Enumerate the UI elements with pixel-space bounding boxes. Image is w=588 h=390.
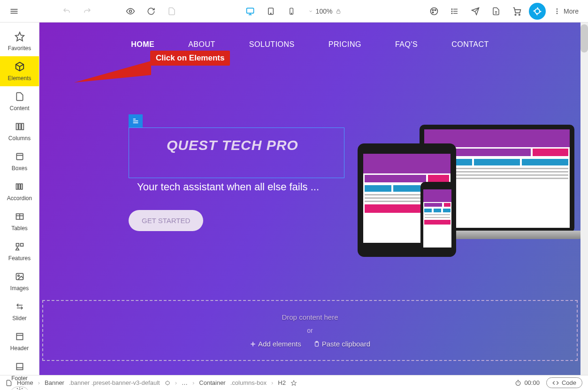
slider-icon	[14, 301, 25, 312]
sidebar-item-slider[interactable]: Slider	[0, 296, 39, 326]
canvas[interactable]: Click on Elements HOME ABOUT SOLUTIONS P…	[39, 22, 588, 375]
undo-icon[interactable]	[58, 3, 75, 20]
sidebar-item-header[interactable]: Header	[0, 326, 39, 356]
target-icon[interactable]	[165, 380, 170, 386]
star-icon[interactable]	[290, 380, 297, 386]
sidebar-item-columns[interactable]: Columns	[0, 116, 39, 146]
toolbar-right: More	[426, 3, 582, 20]
list-icon[interactable]	[446, 3, 463, 20]
svg-rect-42	[16, 243, 19, 246]
svg-rect-43	[20, 243, 23, 246]
table-icon	[14, 211, 25, 222]
more-menu[interactable]: More	[550, 6, 582, 17]
svg-rect-32	[19, 123, 21, 129]
desktop-view-icon[interactable]	[242, 3, 259, 20]
nav-home[interactable]: HOME	[131, 40, 154, 49]
dropzone-or: or	[307, 327, 313, 334]
svg-point-29	[557, 13, 558, 14]
timer: 00:00	[515, 379, 540, 386]
sidebar-item-boxes[interactable]: Boxes	[0, 146, 39, 176]
svg-point-10	[291, 13, 291, 14]
bc-h2[interactable]: H2	[278, 379, 286, 386]
sidebar-label: Accordion	[7, 195, 32, 202]
code-icon	[552, 380, 559, 386]
zoom-selector[interactable]: 100%	[304, 6, 347, 17]
dropzone-actions: Add elements Paste clipboard	[250, 340, 370, 348]
mobile-view-icon[interactable]	[283, 3, 300, 20]
element-type-badge[interactable]	[129, 114, 143, 128]
sidebar-item-content[interactable]: Content	[0, 86, 39, 116]
save-icon[interactable]	[163, 3, 180, 20]
preview-icon[interactable]	[122, 3, 139, 20]
breadcrumb: Home › Banner .banner .preset-banner-v3-…	[6, 379, 297, 386]
sidebar-label: Header	[10, 345, 29, 352]
bc-container[interactable]: Container	[199, 379, 225, 386]
annotation-callout: Click on Elements	[150, 51, 230, 66]
hero-cta-button[interactable]: GET STARTED	[129, 210, 203, 231]
timer-value: 00:00	[524, 379, 540, 386]
refresh-icon[interactable]	[143, 3, 160, 20]
code-button[interactable]: Code	[546, 377, 582, 388]
svg-point-8	[270, 13, 271, 14]
bc-banner-class: .banner .preset-banner-v3-default	[69, 379, 160, 386]
canvas-scrollbar[interactable]	[580, 22, 588, 375]
tablet-view-icon[interactable]	[262, 3, 279, 20]
accordion-icon	[14, 181, 25, 192]
nav-pricing[interactable]: PRICING	[328, 40, 361, 49]
svg-rect-49	[16, 363, 23, 369]
sidebar-label: Elements	[8, 75, 31, 82]
redo-icon[interactable]	[79, 3, 96, 20]
sidebar-item-elements[interactable]: Elements	[0, 56, 39, 86]
hero-subtitle[interactable]: Your tech assistant when all else fails …	[137, 181, 319, 193]
sidebar-item-accordion[interactable]: Accordion	[0, 176, 39, 206]
svg-rect-37	[18, 184, 20, 189]
bc-ellipsis[interactable]: …	[182, 379, 188, 386]
sidebar-item-tables[interactable]: Tables	[0, 206, 39, 236]
svg-marker-66	[291, 380, 297, 385]
bc-banner[interactable]: Banner	[45, 379, 64, 386]
sidebar-label: Columns	[8, 135, 31, 142]
svg-rect-34	[16, 153, 23, 159]
svg-point-19	[451, 8, 452, 9]
drop-zone[interactable]: Drop content here or Add elements Paste …	[42, 300, 578, 361]
nav-solutions[interactable]: SOLUTIONS	[249, 40, 295, 49]
header-icon	[14, 331, 25, 342]
svg-point-46	[17, 275, 19, 277]
send-icon[interactable]	[467, 3, 484, 20]
sidebar-item-favorites[interactable]: Favorites	[0, 26, 39, 56]
nav-about[interactable]: ABOUT	[188, 40, 215, 49]
nav-faqs[interactable]: FAQ'S	[395, 40, 418, 49]
palette-icon[interactable]	[426, 3, 443, 20]
sidebar-item-features[interactable]: Features	[0, 236, 39, 266]
sidebar-item-footer[interactable]: Footer	[0, 356, 39, 386]
sidebar-label: Tables	[11, 225, 28, 232]
svg-point-21	[451, 13, 452, 14]
sidebar-item-images[interactable]: Images	[0, 266, 39, 296]
file-icon	[14, 91, 25, 102]
svg-point-13	[432, 9, 434, 11]
svg-point-67	[516, 381, 520, 385]
body-area: Favorites Elements Content Columns Boxes…	[0, 22, 588, 375]
cart-icon[interactable]	[508, 3, 525, 20]
add-elements-button[interactable]: Add elements	[250, 340, 301, 348]
top-toolbar: 100% More	[0, 0, 588, 22]
footer-layout-icon	[14, 361, 25, 372]
columns-icon	[14, 121, 25, 132]
clipboard-icon	[313, 341, 320, 347]
bc-container-class: .columns-box	[230, 379, 267, 386]
star-icon	[14, 31, 25, 42]
svg-point-3	[130, 10, 132, 12]
more-label: More	[564, 8, 579, 15]
menu-icon[interactable]	[6, 3, 23, 20]
lock-icon	[335, 8, 342, 15]
nav-contact[interactable]: CONTACT	[451, 40, 489, 49]
page-icon[interactable]	[488, 3, 504, 20]
scrollbar-thumb[interactable]	[580, 24, 588, 52]
sidebar: Favorites Elements Content Columns Boxes…	[0, 22, 39, 375]
publish-button[interactable]	[529, 3, 546, 20]
bottom-right: 00:00 Code	[515, 377, 582, 388]
selected-element-h2[interactable]: QUEST TECH PRO	[129, 128, 344, 178]
svg-marker-30	[15, 32, 23, 41]
paste-clipboard-button[interactable]: Paste clipboard	[313, 340, 370, 348]
sidebar-label: Content	[9, 105, 29, 112]
